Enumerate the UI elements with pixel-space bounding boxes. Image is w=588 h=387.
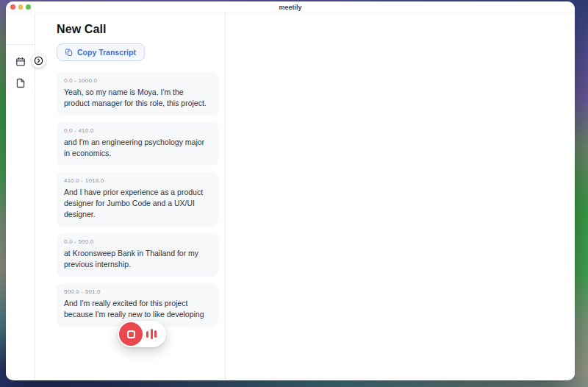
transcript-text: And I have prior experience as a product… xyxy=(64,187,211,220)
transcript-timestamp: 0.0 - 1000.0 xyxy=(64,77,211,84)
chevron-right-circle-icon xyxy=(34,56,43,65)
stop-recording-icon xyxy=(119,322,143,346)
calendar-icon[interactable] xyxy=(15,57,26,67)
app-window: meetily xyxy=(6,1,575,380)
sidebar-nav xyxy=(6,45,35,88)
copy-transcript-button[interactable]: Copy Transcript xyxy=(57,43,145,61)
page-title: New Call xyxy=(57,23,218,36)
window-title: meetily xyxy=(6,1,575,13)
transcript-text: at Kroonsweep Bank in Thailand for my pr… xyxy=(64,248,211,270)
transcript-segment: 0.0 - 410.0 and I'm an engineering psych… xyxy=(57,122,218,166)
transcript-panel: New Call Copy Transcript 0.0 - 1000.0 Ye… xyxy=(35,13,226,380)
transcript-text: and I'm an engineering psychology major … xyxy=(64,137,211,159)
titlebar: meetily xyxy=(6,1,575,13)
transcript-text: Yeah, so my name is Moya. I'm the produc… xyxy=(64,87,211,109)
audio-waveform-icon xyxy=(146,329,157,339)
transcript-segment: 0.0 - 500.0 at Kroonsweep Bank in Thaila… xyxy=(57,233,218,277)
transcript-text: And I'm really excited for this project … xyxy=(64,298,211,320)
sidebar xyxy=(6,13,35,380)
transcript-timestamp: 0.0 - 410.0 xyxy=(64,127,211,134)
sidebar-header xyxy=(6,13,35,45)
transcript-timestamp: 500.0 - 501.0 xyxy=(64,288,211,295)
transcript-timestamp: 0.0 - 500.0 xyxy=(64,238,211,245)
stop-square-icon xyxy=(127,330,135,338)
transcript-timestamp: 410.0 - 1018.0 xyxy=(64,177,211,184)
transcript-segment: 0.0 - 1000.0 Yeah, so my name is Moya. I… xyxy=(57,72,218,116)
document-icon[interactable] xyxy=(15,78,26,88)
main-content-area xyxy=(226,13,575,380)
copy-icon xyxy=(65,49,73,57)
record-button[interactable] xyxy=(118,321,166,347)
transcript-list: 0.0 - 1000.0 Yeah, so my name is Moya. I… xyxy=(57,72,218,327)
sidebar-collapse-button[interactable] xyxy=(32,54,46,68)
transcript-segment: 410.0 - 1018.0 And I have prior experien… xyxy=(57,172,218,227)
window-content: New Call Copy Transcript 0.0 - 1000.0 Ye… xyxy=(6,13,575,380)
copy-transcript-label: Copy Transcript xyxy=(77,48,136,57)
